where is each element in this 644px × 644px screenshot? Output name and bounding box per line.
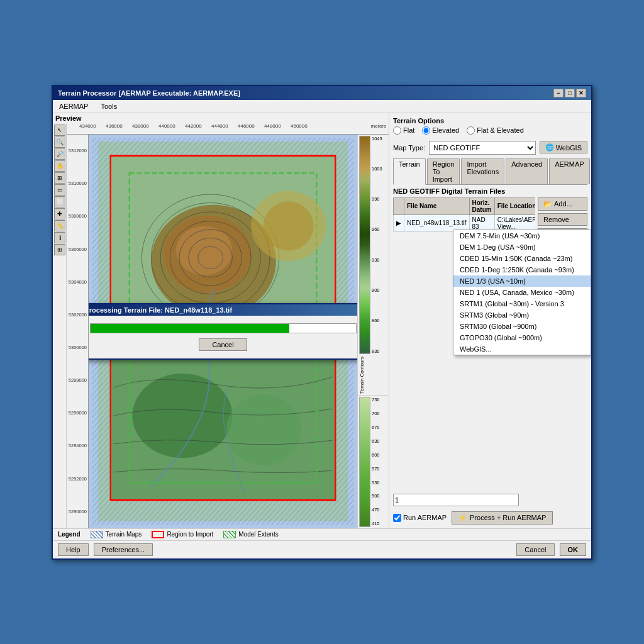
tool-measure[interactable]: 📏 (54, 220, 65, 231)
tab-terrain[interactable]: Terrain (393, 158, 426, 185)
help-button[interactable]: Help (58, 543, 89, 556)
dropdown-item-7[interactable]: SRTM3 (Global ~90m) (453, 309, 591, 321)
ruler-left-8: 5296000 (69, 410, 87, 416)
dialog-title: Processing Terrain File: NED_n48w118_13.… (89, 306, 232, 314)
toolbar-vertical: ↖ 🔍 🔎 ✋ ⊞ ▭ ⬜ ✚ 📏 ℹ ⊞ (53, 123, 67, 528)
scale-570: 570 (372, 466, 389, 472)
dropdown-item-0[interactable]: DEM 7.5-Min (USA ~30m) (453, 230, 591, 242)
terrain-radio-group: Flat Elevated Flat & Elevated (393, 126, 587, 135)
scale-500: 500 (372, 493, 389, 499)
run-aermap-label: Run AERMAP (403, 514, 447, 521)
title-bar-buttons: − □ ✕ (553, 89, 586, 97)
radio-flat-elevated[interactable]: Flat & Elevated (467, 126, 524, 135)
dropdown-item-5[interactable]: NED 1 (USA, Canada, Mexico ~30m) (453, 287, 591, 298)
units-label: meters (371, 123, 386, 129)
scale-530: 530 (372, 480, 389, 486)
tab-import[interactable]: Import Elevations (461, 158, 504, 184)
minimize-button[interactable]: − (553, 89, 564, 97)
ruler-label-5: 444000 (211, 123, 228, 129)
scale-1043: 1043 (372, 136, 389, 142)
ok-button[interactable]: OK (560, 543, 587, 556)
left-panel: Preview ↖ 🔍 🔎 ✋ ⊞ ▭ ⬜ ✚ 📏 ℹ ⊞ (53, 113, 389, 528)
dropdown-item-4[interactable]: NED 1/3 (USA ~10m) (453, 275, 591, 287)
scale-415: 415 (372, 521, 389, 526)
ruler-left-4: 5304000 (69, 279, 87, 285)
ruler-left-10: 5292000 (69, 476, 87, 482)
number-input[interactable] (393, 494, 519, 506)
ruler-left-1: 5310000 (69, 180, 87, 186)
elevation-scale-panel: 1043 1000 990 960 930 900 860 830 (357, 135, 389, 528)
radio-flat[interactable]: Flat (393, 126, 414, 135)
map-viewport[interactable]: Processing Terrain File: NED_n48w118_13.… (89, 135, 357, 528)
tool-zoom-out[interactable]: 🔎 (54, 148, 65, 160)
map-type-row: Map Type: NED GEOTIFF 🌐 WebGIS (393, 141, 587, 155)
radio-flat-input[interactable] (393, 126, 401, 135)
dropdown-item-2[interactable]: CDED 15-Min 1:50K (Canada ~23m) (453, 253, 591, 264)
dropdown-item-9[interactable]: GTOPO30 (Global ~900m) (453, 332, 591, 343)
tab-aermap[interactable]: AERMAP (549, 158, 589, 184)
ruler-left-2: 5308000 (69, 213, 87, 219)
ruler-top: 434000 436000 438000 440000 442000 44400… (67, 123, 389, 135)
scale-860: 860 (372, 318, 389, 323)
ruler-left-6: 5300000 (69, 345, 87, 350)
menu-bar: AERMAP Tools (53, 100, 591, 113)
color-scale-bar-lower (359, 397, 370, 527)
tool-grid[interactable]: ⊞ (54, 244, 65, 255)
radio-flat-elevated-input[interactable] (467, 126, 475, 135)
bottom-row: Run AERMAP ⚡ Process + Run AERMAP (393, 511, 587, 525)
tool-pan[interactable]: ✋ (54, 160, 65, 172)
tab-advanced[interactable]: Advanced (506, 158, 548, 184)
webgis-button[interactable]: 🌐 WebGIS (540, 142, 587, 153)
tabs: Terrain Region To Import Import Elevatio… (393, 158, 587, 185)
legend-model-extents: Model Extents (223, 531, 278, 538)
row-indicator: ▶ (394, 214, 404, 231)
process-run-label: Process + Run AERMAP (470, 514, 546, 521)
dropdown-item-6[interactable]: SRTM1 (Global ~30m) - Version 3 (453, 298, 591, 309)
preferences-button[interactable]: Preferences... (94, 543, 153, 556)
process-run-button[interactable]: ⚡ Process + Run AERMAP (452, 511, 553, 525)
close-button[interactable]: ✕ (576, 89, 586, 97)
title-bar: Terrain Processor [AERMAP Executable: AE… (53, 86, 591, 100)
tool-info[interactable]: ℹ (54, 232, 65, 243)
radio-elevated[interactable]: Elevated (422, 126, 459, 135)
legend-region-import-label: Region to Import (167, 531, 213, 538)
progress-bar-background (90, 323, 357, 333)
ruler-label-7: 448000 (264, 123, 281, 129)
color-scale-bar (359, 136, 370, 354)
tool-select1[interactable]: ▭ (54, 184, 65, 196)
ned-title: NED GEOTIFF Digital Terrain Files (393, 187, 587, 195)
run-aermap-checkbox[interactable] (393, 514, 401, 522)
map-type-select[interactable]: NED GEOTIFF (429, 141, 535, 155)
menu-tools[interactable]: Tools (97, 101, 121, 111)
terrain-options: Terrain Options Flat Elevated Flat & (393, 117, 587, 137)
add-button[interactable]: 📂 Add... (538, 197, 587, 211)
ruler-left: 5312000 5310000 5308000 5306000 5304000 … (67, 135, 89, 528)
run-aermap-checkbox-label[interactable]: Run AERMAP (393, 514, 447, 522)
dialog-buttons: Cancel (90, 338, 357, 351)
map-container: 434000 436000 438000 440000 442000 44400… (67, 123, 389, 528)
cancel-button[interactable]: Cancel (516, 543, 554, 556)
tool-select2[interactable]: ⬜ (54, 196, 65, 208)
scale-470: 470 (372, 507, 389, 513)
processing-dialog: Processing Terrain File: NED_n48w118_13.… (89, 303, 357, 360)
window-title: Terrain Processor [AERMAP Executable: AE… (58, 89, 240, 97)
scale-960: 960 (372, 226, 389, 232)
dropdown-item-3[interactable]: CDED 1-Deg 1:250K (Canada ~93m) (453, 264, 591, 275)
radio-elevated-input[interactable] (422, 126, 430, 135)
tool-extent[interactable]: ⊞ (54, 172, 65, 184)
menu-aermap[interactable]: AERMAP (55, 101, 92, 111)
scale-630: 630 (372, 438, 389, 444)
dialog-cancel-button[interactable]: Cancel (199, 338, 247, 351)
dropdown-item-10[interactable]: WebGIS... (453, 343, 591, 355)
dropdown-item-1[interactable]: DEM 1-Deg (USA ~90m) (453, 242, 591, 253)
tool-point[interactable]: ✚ (54, 208, 65, 219)
remove-button[interactable]: Remove (538, 213, 587, 226)
maximize-button[interactable]: □ (565, 89, 575, 97)
col-location: File Location (494, 197, 535, 214)
legend-bar: Legend Terrain Maps Region to Import Mod… (53, 528, 591, 540)
dropdown-item-8[interactable]: SRTM30 (Global ~900m) (453, 321, 591, 332)
tool-zoom-in[interactable]: 🔍 (54, 136, 65, 148)
tab-region[interactable]: Region To Import (427, 158, 460, 184)
terrain-contours-label: Terrain Contours (358, 355, 389, 396)
tool-arrow[interactable]: ↖ (54, 125, 65, 136)
